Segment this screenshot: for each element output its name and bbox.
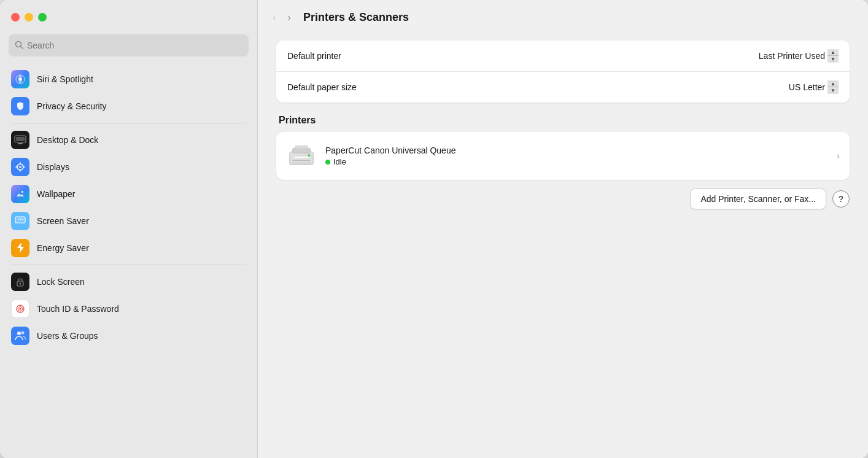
svg-point-9: [19, 166, 21, 168]
default-printer-row: Default printer Last Printer Used ▲ ▼: [276, 41, 850, 72]
sidebar-item-siri-spotlight[interactable]: Siri & Spotlight: [5, 66, 252, 92]
displays-icon: [11, 158, 29, 176]
search-icon: [15, 41, 23, 51]
printer-name: PaperCut Canon Universal Queue: [325, 146, 828, 155]
touch-id-icon: [11, 300, 29, 318]
svg-rect-30: [292, 163, 312, 165]
users-groups-label: Users & Groups: [37, 331, 98, 341]
lock-screen-icon: [11, 273, 29, 291]
screen-saver-icon: [11, 212, 29, 230]
sidebar-divider-1: [11, 123, 246, 123]
svg-point-28: [308, 154, 311, 157]
svg-point-4: [19, 78, 22, 81]
forward-button[interactable]: ›: [285, 10, 293, 25]
default-paper-size-value: US Letter: [789, 82, 825, 92]
default-printer-stepper[interactable]: ▲ ▼: [827, 49, 839, 63]
users-groups-icon: [11, 327, 29, 345]
paper-stepper-down-arrow[interactable]: ▼: [827, 87, 839, 94]
privacy-security-label: Privacy & Security: [37, 101, 107, 111]
minimize-button[interactable]: [25, 13, 33, 21]
sidebar-item-desktop-dock[interactable]: Desktop & Dock: [5, 127, 252, 153]
help-button[interactable]: ?: [832, 190, 850, 208]
search-bar[interactable]: [9, 34, 249, 56]
search-input[interactable]: [27, 41, 242, 50]
sidebar-item-screen-saver[interactable]: Screen Saver: [5, 208, 252, 234]
wallpaper-label: Wallpaper: [37, 189, 76, 199]
desktop-dock-icon: [11, 131, 29, 149]
printer-chevron-icon: ›: [837, 150, 840, 161]
sidebar-list: Siri & Spotlight Privacy & Security: [0, 66, 257, 458]
printer-info: PaperCut Canon Universal Queue Idle: [325, 146, 828, 166]
main-header: ‹ › Printers & Scanners: [258, 0, 868, 34]
printer-status: Idle: [325, 157, 828, 166]
desktop-dock-label: Desktop & Dock: [37, 135, 98, 145]
svg-rect-26: [294, 157, 309, 158]
default-printer-label: Default printer: [287, 51, 341, 61]
default-paper-size-label: Default paper size: [287, 82, 357, 92]
privacy-security-icon: [11, 97, 29, 115]
svg-point-18: [20, 283, 21, 285]
printer-row[interactable]: PaperCut Canon Universal Queue Idle ›: [276, 132, 850, 180]
status-dot: [325, 160, 330, 165]
sidebar-item-lock-screen[interactable]: Lock Screen: [5, 269, 252, 295]
sidebar-item-wallpaper[interactable]: Wallpaper: [5, 181, 252, 207]
paper-stepper-up-arrow[interactable]: ▲: [827, 80, 839, 87]
svg-point-22: [17, 332, 21, 335]
default-paper-size-value-group: US Letter ▲ ▼: [789, 80, 839, 94]
wallpaper-icon: [11, 185, 29, 203]
energy-saver-icon: [11, 239, 29, 257]
close-button[interactable]: [11, 13, 20, 21]
printer-status-text: Idle: [333, 157, 346, 166]
touch-id-label: Touch ID & Password: [37, 304, 119, 314]
energy-saver-label: Energy Saver: [37, 243, 89, 253]
printer-icon: [286, 141, 317, 171]
siri-spotlight-icon: [11, 70, 29, 88]
sidebar-item-energy-saver[interactable]: Energy Saver: [5, 235, 252, 261]
sidebar-item-touch-id[interactable]: Touch ID & Password: [5, 296, 252, 322]
svg-point-23: [21, 332, 25, 335]
titlebar: [0, 0, 257, 34]
add-printer-button[interactable]: Add Printer, Scanner, or Fax...: [690, 188, 826, 209]
printers-panel: PaperCut Canon Universal Queue Idle ›: [276, 132, 850, 180]
svg-rect-7: [18, 143, 23, 144]
default-paper-size-row: Default paper size US Letter ▲ ▼: [276, 72, 850, 103]
siri-spotlight-label: Siri & Spotlight: [37, 74, 93, 84]
svg-point-14: [21, 191, 23, 193]
svg-line-1: [21, 46, 23, 49]
svg-point-21: [20, 308, 21, 310]
screen-saver-label: Screen Saver: [37, 216, 89, 226]
displays-label: Displays: [37, 162, 69, 172]
bottom-actions: Add Printer, Scanner, or Fax... ?: [276, 188, 850, 209]
stepper-up-arrow[interactable]: ▲: [827, 49, 839, 56]
maximize-button[interactable]: [38, 13, 47, 21]
sidebar: Siri & Spotlight Privacy & Security: [0, 0, 258, 458]
main-body: Default printer Last Printer Used ▲ ▼ De…: [258, 34, 868, 458]
system-preferences-window: Siri & Spotlight Privacy & Security: [0, 0, 868, 458]
svg-rect-6: [16, 137, 25, 141]
sidebar-item-users-groups[interactable]: Users & Groups: [5, 323, 252, 349]
sidebar-divider-2: [11, 265, 246, 265]
sidebar-item-privacy-security[interactable]: Privacy & Security: [5, 93, 252, 119]
back-button[interactable]: ‹: [270, 10, 279, 25]
sidebar-item-displays[interactable]: Displays: [5, 154, 252, 180]
default-paper-size-stepper[interactable]: ▲ ▼: [827, 80, 839, 94]
stepper-down-arrow[interactable]: ▼: [827, 56, 839, 63]
settings-panel: Default printer Last Printer Used ▲ ▼ De…: [276, 41, 850, 103]
page-title: Printers & Scanners: [303, 11, 409, 24]
svg-rect-29: [295, 146, 308, 149]
printers-section-title: Printers: [279, 115, 850, 126]
lock-screen-label: Lock Screen: [37, 277, 85, 287]
default-printer-value-group: Last Printer Used ▲ ▼: [759, 49, 839, 63]
main-content: ‹ › Printers & Scanners Default printer …: [258, 0, 868, 458]
default-printer-value: Last Printer Used: [759, 51, 825, 61]
svg-rect-27: [293, 160, 311, 161]
